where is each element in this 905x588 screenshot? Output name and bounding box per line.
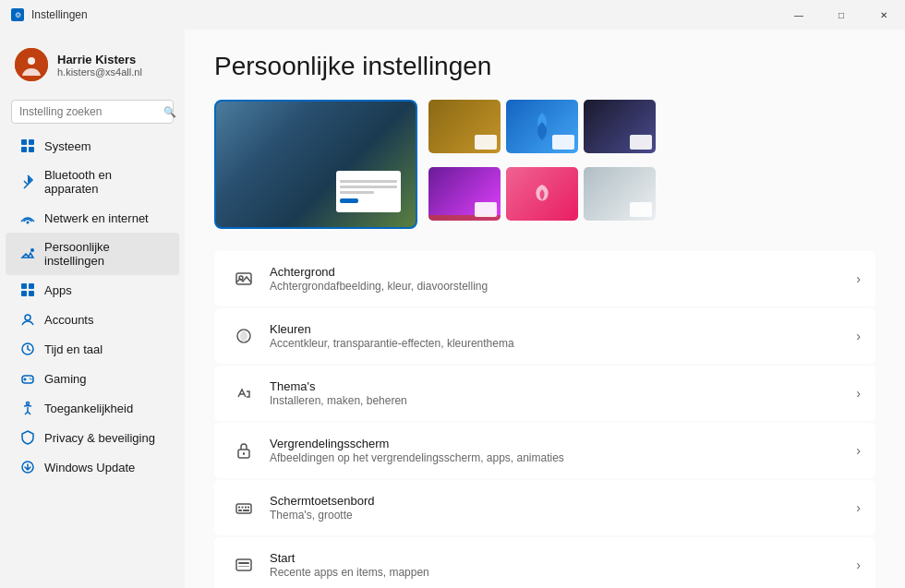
svg-rect-23 xyxy=(242,507,244,509)
page-title: Persoonlijke instellingen xyxy=(214,52,875,81)
theme-thumb-2[interactable] xyxy=(506,100,578,153)
sidebar-item-netwerk[interactable]: Netwerk en internet xyxy=(6,203,179,233)
minimize-button[interactable]: — xyxy=(778,0,820,30)
thumb-overlay-1 xyxy=(475,135,497,150)
settings-item-start[interactable]: Start Recente apps en items, mappen › xyxy=(214,537,875,588)
theme-thumb-4[interactable] xyxy=(428,167,501,221)
sidebar-item-persoonlijk[interactable]: Persoonlijke instellingen xyxy=(6,233,179,275)
vergrendeling-chevron: › xyxy=(856,443,861,458)
theme-thumb-6[interactable] xyxy=(584,167,656,221)
achtergrond-desc: Achtergrondafbeelding, kleur, diavoorste… xyxy=(270,280,856,293)
sidebar-item-systeem[interactable]: Systeem xyxy=(6,131,179,161)
close-button[interactable]: ✕ xyxy=(863,0,905,30)
thumb-overlay-2 xyxy=(552,135,574,150)
themas-text: Thema's Installeren, maken, beheren xyxy=(270,379,856,407)
user-name: Harrie Kisters xyxy=(57,53,170,66)
user-info: Harrie Kisters h.kisters@xs4all.nl xyxy=(57,53,170,78)
maximize-button[interactable]: □ xyxy=(820,0,863,30)
settings-item-kleuren[interactable]: Kleuren Accentkleur, transparantie-effec… xyxy=(214,308,875,364)
theme-thumb-5[interactable] xyxy=(506,167,578,221)
netwerk-icon xyxy=(20,210,35,225)
sidebar-item-toegankelijkheid[interactable]: Toegankelijkheid xyxy=(6,393,179,423)
thumb-bg-5 xyxy=(506,167,578,221)
svg-rect-26 xyxy=(238,510,242,511)
sidebar-label-bluetooth: Bluetooth en apparaten xyxy=(44,168,164,196)
sidebar-item-update[interactable]: Windows Update xyxy=(6,452,179,482)
svg-rect-7 xyxy=(21,283,27,289)
start-title: Start xyxy=(270,551,856,565)
sidebar-item-gaming[interactable]: Gaming xyxy=(6,364,179,393)
theme-thumb-3[interactable] xyxy=(584,100,656,153)
achtergrond-title: Achtergrond xyxy=(270,265,856,279)
svg-rect-29 xyxy=(238,562,249,564)
svg-point-14 xyxy=(27,402,30,405)
titlebar: ⚙ Instellingen — □ ✕ xyxy=(0,0,905,30)
theme-main-preview[interactable] xyxy=(214,100,417,229)
bluetooth-icon xyxy=(20,174,35,189)
systeem-icon xyxy=(20,138,35,153)
update-icon xyxy=(20,460,35,474)
overlay-line-3 xyxy=(340,191,374,194)
svg-rect-25 xyxy=(247,507,249,509)
svg-rect-27 xyxy=(243,510,249,511)
search-input[interactable] xyxy=(19,105,158,118)
kleuren-desc: Accentkleur, transparantie-effecten, kle… xyxy=(270,337,856,350)
gaming-icon xyxy=(20,371,35,386)
svg-rect-1 xyxy=(21,139,27,145)
start-icon xyxy=(229,550,259,580)
overlay-line-2 xyxy=(340,186,397,188)
overlay-btn xyxy=(340,198,358,203)
svg-rect-24 xyxy=(245,507,247,509)
svg-rect-3 xyxy=(21,147,27,152)
settings-item-schermtoetsen[interactable]: Schermtoetsenbord Thema's, grootte › xyxy=(214,480,875,535)
settings-item-achtergrond[interactable]: Achtergrond Achtergrondafbeelding, kleur… xyxy=(214,251,875,306)
thumb-overlay-4 xyxy=(475,202,497,217)
sidebar-label-accounts: Accounts xyxy=(44,313,93,327)
start-chevron: › xyxy=(856,558,861,572)
achtergrond-chevron: › xyxy=(856,271,861,286)
sidebar-item-bluetooth[interactable]: Bluetooth en apparaten xyxy=(6,161,179,203)
sidebar-item-tijd[interactable]: Tijd en taal xyxy=(6,334,179,364)
schermtoetsen-icon xyxy=(229,493,259,522)
sidebar-label-persoonlijk: Persoonlijke instellingen xyxy=(44,240,164,268)
settings-item-vergrendeling[interactable]: Vergrendelingsscherm Afbeeldingen op het… xyxy=(214,423,875,478)
schermtoetsen-text: Schermtoetsenbord Thema's, grootte xyxy=(270,494,856,522)
themas-chevron: › xyxy=(856,386,861,401)
user-section[interactable]: Harrie Kisters h.kisters@xs4all.nl xyxy=(0,37,185,92)
tijd-icon xyxy=(20,342,35,356)
sidebar-item-accounts[interactable]: Accounts xyxy=(6,305,179,334)
schermtoetsen-title: Schermtoetsenbord xyxy=(270,494,856,508)
theme-overlay xyxy=(336,171,401,212)
kleuren-icon xyxy=(229,321,259,351)
start-desc: Recente apps en items, mappen xyxy=(270,566,856,579)
app-icon: ⚙ xyxy=(11,8,24,21)
sidebar-label-update: Windows Update xyxy=(44,461,135,474)
toegankelijkheid-icon xyxy=(20,401,35,415)
theme-thumb-1[interactable] xyxy=(428,100,501,153)
svg-point-6 xyxy=(30,248,34,252)
titlebar-title: Instellingen xyxy=(31,8,88,21)
main-container: Harrie Kisters h.kisters@xs4all.nl 🔍 Sys… xyxy=(0,30,905,588)
themas-icon xyxy=(229,378,259,408)
sidebar-item-apps[interactable]: Apps xyxy=(6,275,179,305)
settings-item-themas[interactable]: Thema's Installeren, maken, beheren › xyxy=(214,366,875,421)
persoonlijk-icon xyxy=(20,246,35,261)
kleuren-chevron: › xyxy=(856,329,861,343)
search-box[interactable]: 🔍 xyxy=(11,100,174,124)
svg-rect-22 xyxy=(238,507,240,509)
accounts-icon xyxy=(20,312,35,327)
sidebar-item-privacy[interactable]: Privacy & beveiliging xyxy=(6,423,179,452)
svg-rect-21 xyxy=(236,504,251,513)
thumb-overlay-3 xyxy=(630,135,652,150)
search-icon: 🔍 xyxy=(163,106,176,118)
vergrendeling-desc: Afbeeldingen op het vergrendelingsscherm… xyxy=(270,451,856,464)
sidebar: Harrie Kisters h.kisters@xs4all.nl 🔍 Sys… xyxy=(0,30,185,588)
svg-rect-28 xyxy=(236,559,251,570)
sidebar-label-apps: Apps xyxy=(44,283,72,297)
thumb-overlay-6 xyxy=(630,202,652,217)
avatar xyxy=(15,48,48,81)
svg-rect-9 xyxy=(21,291,27,296)
achtergrond-icon xyxy=(229,264,259,294)
overlay-line-1 xyxy=(340,180,397,183)
kleuren-text: Kleuren Accentkleur, transparantie-effec… xyxy=(270,322,856,350)
